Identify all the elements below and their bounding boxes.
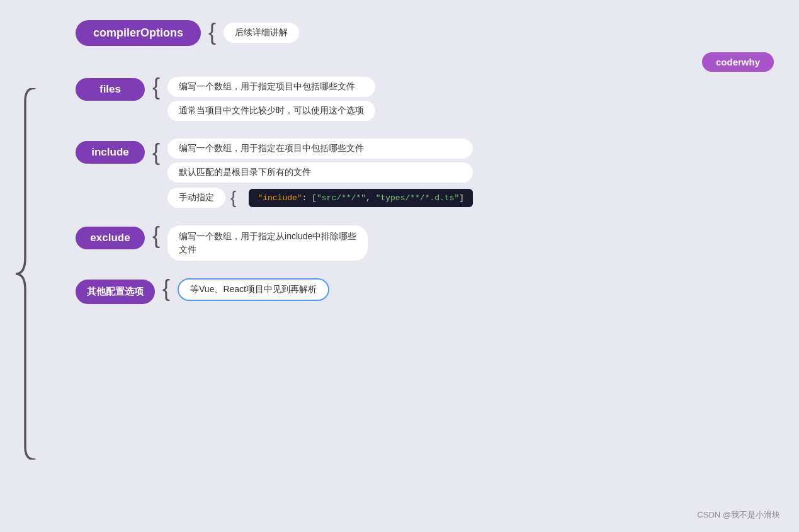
files-note-2: 通常当项目中文件比较少时，可以使用这个选项 — [167, 101, 375, 121]
include-note-1: 编写一个数组，用于指定在项目中包括哪些文件 — [167, 139, 473, 159]
exclude-note-1: 编写一个数组，用于指定从include中排除哪些文件 — [167, 225, 368, 261]
code-block: "include": ["src/**/*", "types/**/*.d.ts… — [249, 189, 473, 207]
exclude-notes: 编写一个数组，用于指定从include中排除哪些文件 — [167, 225, 368, 261]
files-tag: files — [76, 78, 145, 101]
diagram-container: compilerOptions { 后续详细讲解 coderwhy files … — [0, 0, 799, 532]
compiler-note: 后续详细讲解 — [224, 23, 299, 43]
compiler-options-row: compilerOptions { 后续详细讲解 coderwhy — [76, 19, 774, 72]
files-note-1: 编写一个数组，用于指定项目中包括哪些文件 — [167, 77, 375, 97]
include-row: include { 编写一个数组，用于指定在项目中包括哪些文件 默认匹配的是根目… — [76, 139, 774, 208]
other-tag: 其他配置选项 — [76, 280, 155, 304]
compiler-options-tag: compilerOptions — [76, 20, 201, 46]
other-brace: { — [162, 277, 170, 300]
coderwhy-pill: coderwhy — [702, 52, 774, 72]
rows-container: files { 编写一个数组，用于指定项目中包括哪些文件 通常当项目中文件比较少… — [76, 77, 774, 304]
manual-row: 手动指定 { "include": ["src/**/*", "types/**… — [167, 188, 473, 208]
code-key: "include" — [258, 193, 302, 203]
files-notes: 编写一个数组，用于指定项目中包括哪些文件 通常当项目中文件比较少时，可以使用这个… — [167, 77, 375, 121]
outer-brace — [13, 88, 41, 460]
compiler-brace: { — [208, 21, 216, 43]
include-tag: include — [76, 141, 145, 164]
include-brace: { — [152, 141, 160, 164]
exclude-tag: exclude — [76, 227, 145, 249]
files-brace: { — [152, 76, 160, 98]
code-val2: "types/**/*.d.ts" — [376, 193, 460, 203]
exclude-row: exclude { 编写一个数组，用于指定从include中排除哪些文件 — [76, 225, 774, 261]
include-notes: 编写一个数组，用于指定在项目中包括哪些文件 默认匹配的是根目录下所有的文件 手动… — [167, 139, 473, 208]
watermark: CSDN @我不是小滑块 — [697, 509, 780, 521]
other-row: 其他配置选项 { 等Vue、React项目中见到再解析 — [76, 278, 774, 304]
include-note-2: 默认匹配的是根目录下所有的文件 — [167, 162, 473, 183]
other-note: 等Vue、React项目中见到再解析 — [178, 278, 329, 301]
exclude-brace: { — [152, 224, 160, 247]
files-row: files { 编写一个数组，用于指定项目中包括哪些文件 通常当项目中文件比较少… — [76, 77, 774, 121]
manual-label: 手动指定 — [167, 188, 225, 208]
manual-brace: { — [230, 189, 236, 207]
code-val1: "src/**/*" — [317, 193, 366, 203]
